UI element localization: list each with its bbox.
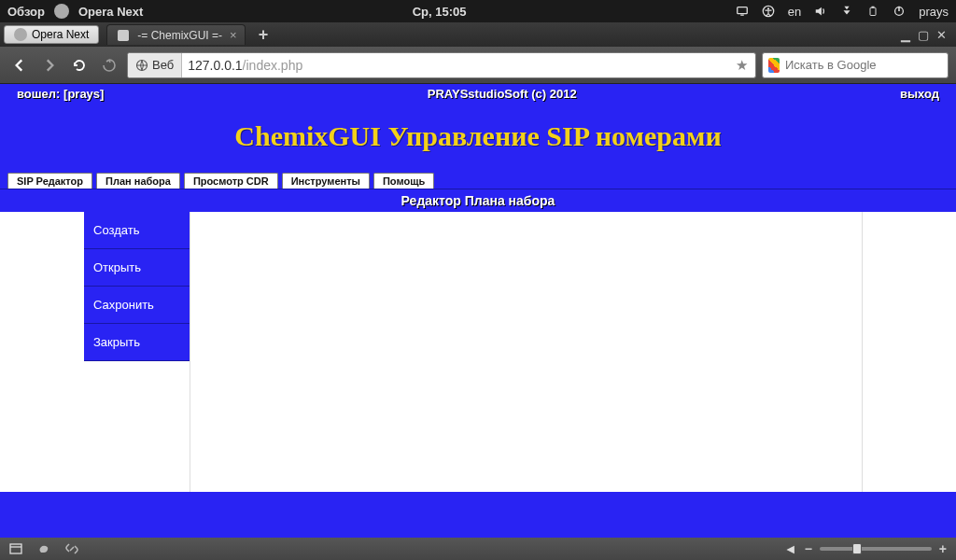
copyright-label: PRAYSstudioSoft (c) 2012 [104, 87, 900, 101]
tab-sip-editor[interactable]: SIP Редактор [7, 173, 92, 189]
display-icon[interactable] [736, 5, 749, 18]
login-user: [prays] [63, 87, 104, 101]
side-menu: Создать Открыть Сахронить Закрыть [84, 212, 190, 492]
login-status: вошел: [prays] [17, 87, 104, 101]
search-box[interactable] [762, 52, 949, 78]
reload-button[interactable] [67, 53, 91, 77]
zoom-control[interactable]: ◄ − + [784, 541, 947, 556]
window-close-icon[interactable]: ✕ [936, 28, 947, 42]
tab-tools[interactable]: Инструменты [282, 173, 370, 189]
system-user[interactable]: prays [919, 5, 949, 19]
address-url[interactable]: 127.0.0.1/index.php [182, 58, 728, 73]
menu-open[interactable]: Открыть [84, 249, 190, 287]
forward-button[interactable] [37, 53, 62, 77]
svg-rect-1 [740, 15, 744, 16]
battery-icon[interactable] [866, 5, 879, 18]
home-button[interactable] [97, 53, 121, 77]
svg-rect-10 [10, 544, 21, 553]
network-icon[interactable] [840, 5, 853, 18]
browser-toolbar: Веб 127.0.0.1/index.php ★ [0, 47, 956, 84]
zoom-slider-thumb[interactable] [852, 543, 862, 554]
svg-point-3 [767, 7, 769, 9]
window-minimize-icon[interactable]: ▁ [901, 28, 910, 42]
opera-menu-label: Opera Next [32, 28, 89, 41]
address-bar[interactable]: Веб 127.0.0.1/index.php ★ [127, 52, 756, 78]
svg-rect-8 [118, 30, 129, 41]
sync-icon[interactable] [37, 542, 50, 555]
app-tabs: SIP Редактор План набора Просмотр CDR Ин… [0, 173, 956, 189]
menu-close[interactable]: Закрыть [84, 324, 190, 361]
google-icon [768, 58, 780, 73]
panel-icon[interactable] [9, 542, 22, 555]
new-tab-button[interactable]: + [249, 25, 278, 45]
tab-dialplan[interactable]: План набора [96, 173, 180, 189]
svg-rect-0 [737, 7, 747, 14]
bookmark-star-icon[interactable]: ★ [728, 57, 755, 74]
zoom-slider[interactable] [820, 547, 932, 551]
menu-create[interactable]: Создать [84, 212, 190, 249]
tab-close-icon[interactable]: × [230, 28, 237, 42]
editor-pane [190, 212, 863, 492]
url-host: 127.0.0.1 [188, 58, 242, 73]
menu-save[interactable]: Сахронить [84, 287, 190, 324]
active-app-label[interactable]: Opera Next [78, 5, 143, 19]
keyboard-lang[interactable]: en [788, 5, 801, 19]
opera-icon [14, 28, 27, 41]
overview-menu[interactable]: Обзор [7, 5, 45, 19]
browser-tabstrip: Opera Next -= ChemixGUI =- × + ▁ ▢ ✕ [0, 22, 956, 47]
volume-icon[interactable] [814, 5, 827, 18]
svg-rect-5 [872, 7, 875, 8]
power-icon[interactable] [893, 5, 906, 18]
tab-help[interactable]: Помощь [373, 173, 434, 189]
zoom-out-icon[interactable]: − [805, 541, 812, 556]
zoom-left-icon[interactable]: ◄ [784, 541, 797, 556]
browser-statusbar: ◄ − + [0, 538, 956, 560]
clock: Ср, 15:05 [143, 5, 735, 19]
address-badge-label: Веб [152, 58, 174, 72]
zoom-in-icon[interactable]: + [939, 541, 947, 556]
tab-cdr[interactable]: Просмотр CDR [184, 173, 278, 189]
globe-icon [135, 59, 148, 72]
tab-favicon [117, 29, 130, 42]
content-area: Создать Открыть Сахронить Закрыть [0, 212, 956, 492]
page-content: вошел: [prays] PRAYSstudioSoft (c) 2012 … [0, 84, 956, 538]
login-prefix: вошел: [17, 87, 60, 101]
svg-rect-4 [870, 7, 876, 15]
address-badge[interactable]: Веб [128, 53, 182, 77]
back-button[interactable] [7, 53, 32, 77]
window-maximize-icon[interactable]: ▢ [918, 28, 929, 42]
link-icon[interactable] [65, 542, 78, 555]
opera-logo-icon [54, 4, 69, 19]
page-title: ChemixGUI Управление SIP номерами [0, 104, 956, 173]
opera-menu-button[interactable]: Opera Next [4, 25, 99, 44]
accessibility-icon[interactable] [762, 5, 775, 18]
tab-title: -= ChemixGUI =- [137, 29, 222, 42]
system-panel: Обзор Opera Next Ср, 15:05 en prays [0, 0, 956, 22]
section-title: Редактор Плана набора [0, 189, 956, 212]
search-input[interactable] [785, 58, 942, 72]
browser-tab-chemixgui[interactable]: -= ChemixGUI =- × [106, 24, 245, 45]
url-path: /index.php [243, 58, 303, 73]
logout-link[interactable]: выход [900, 87, 939, 101]
